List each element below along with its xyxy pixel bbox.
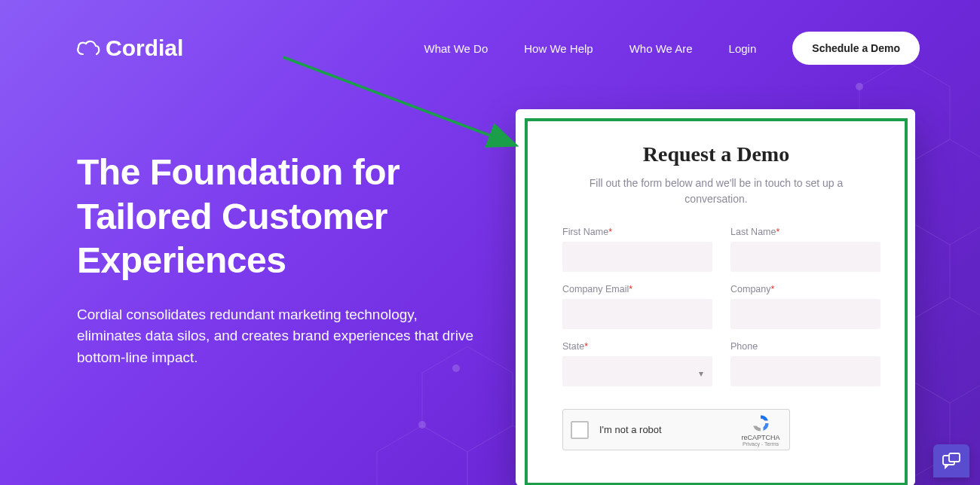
phone-label: Phone bbox=[730, 341, 880, 352]
recaptcha-icon bbox=[750, 413, 771, 434]
field-first-name: First Name* bbox=[562, 227, 712, 272]
recaptcha-legal: Privacy - Terms bbox=[738, 441, 783, 447]
nav-how-we-help[interactable]: How We Help bbox=[524, 42, 593, 55]
svg-marker-3 bbox=[905, 297, 980, 403]
form-subtitle: Fill out the form below and we'll be in … bbox=[562, 175, 870, 207]
recaptcha-badge: reCAPTCHA Privacy - Terms bbox=[738, 413, 783, 447]
svg-rect-15 bbox=[949, 453, 960, 462]
demo-form-highlight: Request a Demo Fill out the form below a… bbox=[525, 118, 908, 485]
brand-name: Cordial bbox=[106, 35, 183, 61]
svg-point-11 bbox=[418, 421, 426, 429]
company-input[interactable] bbox=[730, 299, 880, 329]
field-company: Company* bbox=[730, 284, 880, 329]
recaptcha-label: I'm not a robot bbox=[599, 424, 662, 435]
svg-marker-1 bbox=[905, 139, 980, 245]
last-name-label: Last Name* bbox=[730, 227, 880, 237]
site-header: Cordial What We Do How We Help Who We Ar… bbox=[0, 0, 980, 65]
first-name-label: First Name* bbox=[562, 227, 712, 237]
chat-icon bbox=[942, 453, 960, 469]
first-name-input[interactable] bbox=[562, 242, 712, 272]
company-label: Company* bbox=[730, 284, 880, 294]
main-nav: What We Do How We Help Who We Are Login … bbox=[424, 32, 920, 65]
chat-widget-button[interactable] bbox=[933, 444, 969, 477]
hero-title: The Foundation for Tailored Customer Exp… bbox=[77, 151, 484, 283]
svg-point-8 bbox=[856, 83, 863, 90]
recaptcha-checkbox[interactable] bbox=[571, 421, 589, 439]
company-email-input[interactable] bbox=[562, 299, 712, 329]
field-state: State* bbox=[562, 341, 712, 386]
demo-form-card: Request a Demo Fill out the form below a… bbox=[516, 109, 915, 485]
last-name-input[interactable] bbox=[730, 242, 880, 272]
brand-logo[interactable]: Cordial bbox=[75, 35, 183, 61]
nav-what-we-do[interactable]: What We Do bbox=[424, 42, 488, 55]
state-select[interactable] bbox=[562, 356, 712, 386]
svg-marker-6 bbox=[377, 426, 467, 485]
recaptcha-brand: reCAPTCHA bbox=[738, 435, 783, 441]
recaptcha-widget[interactable]: I'm not a robot reCAPTCHA Privacy - Term… bbox=[562, 409, 790, 450]
phone-input[interactable] bbox=[730, 356, 880, 386]
field-company-email: Company Email* bbox=[562, 284, 712, 329]
nav-who-we-are[interactable]: Who We Are bbox=[629, 42, 693, 55]
form-scroll-area[interactable]: First Name* Last Name* Company Email* Co… bbox=[541, 224, 891, 475]
hero-subtitle: Cordial consolidates redundant marketing… bbox=[77, 304, 484, 369]
cloud-icon bbox=[75, 39, 101, 57]
svg-line-13 bbox=[283, 57, 514, 145]
hero-section: The Foundation for Tailored Customer Exp… bbox=[77, 151, 484, 368]
field-last-name: Last Name* bbox=[730, 227, 880, 272]
schedule-demo-button[interactable]: Schedule a Demo bbox=[792, 32, 920, 65]
nav-login[interactable]: Login bbox=[729, 42, 757, 55]
field-phone: Phone bbox=[730, 341, 880, 386]
state-label: State* bbox=[562, 341, 712, 352]
form-title: Request a Demo bbox=[541, 142, 891, 166]
company-email-label: Company Email* bbox=[562, 284, 712, 294]
